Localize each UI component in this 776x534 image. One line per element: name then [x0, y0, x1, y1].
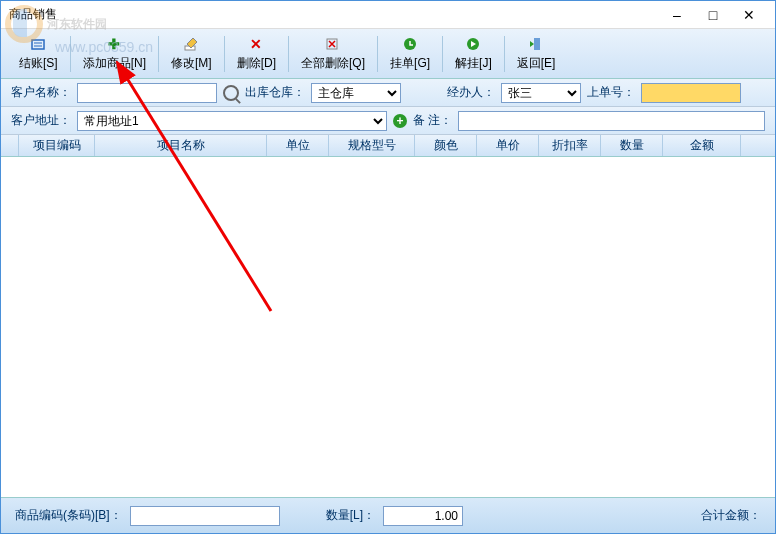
grid-body[interactable] — [1, 157, 775, 497]
column-header[interactable]: 折扣率 — [539, 135, 601, 156]
checkout-icon — [29, 35, 47, 53]
handler-label: 经办人： — [447, 84, 495, 101]
resume-icon — [464, 35, 482, 53]
column-header[interactable]: 金额 — [663, 135, 741, 156]
grid-area: 项目编码项目名称单位规格型号颜色单价折扣率数量金额 — [1, 135, 775, 497]
add-address-icon[interactable]: + — [393, 114, 407, 128]
window-title: 商品销售 — [9, 6, 659, 23]
footer: 商品编码(条码)[B]： 数量[L]： 合计金额： — [1, 497, 775, 533]
grid-header: 项目编码项目名称单位规格型号颜色单价折扣率数量金额 — [1, 135, 775, 157]
customer-name-label: 客户名称： — [11, 84, 71, 101]
titlebar: 商品销售 – □ ✕ — [1, 1, 775, 29]
customer-name-input[interactable] — [77, 83, 217, 103]
customer-addr-select[interactable]: 常用地址1 — [77, 111, 387, 131]
form-row-1: 客户名称： 出库仓库： 主仓库 经办人： 张三 上单号： — [1, 79, 775, 107]
toolbar: 结账[S] ✚ 添加商品[N] 修改[M] ✕ 删除[D] 全部删除[Q] 挂单… — [1, 29, 775, 79]
search-icon[interactable] — [223, 85, 239, 101]
resume-button[interactable]: 解挂[J] — [445, 31, 502, 77]
qty-input[interactable] — [383, 506, 463, 526]
column-header[interactable]: 项目名称 — [95, 135, 267, 156]
column-header[interactable]: 单位 — [267, 135, 329, 156]
delete-icon: ✕ — [247, 35, 265, 53]
qty-label: 数量[L]： — [326, 507, 375, 524]
delete-all-button[interactable]: 全部删除[Q] — [291, 31, 375, 77]
column-header[interactable]: 颜色 — [415, 135, 477, 156]
out-warehouse-select[interactable]: 主仓库 — [311, 83, 401, 103]
delete-all-icon — [324, 35, 342, 53]
back-button[interactable]: 返回[E] — [507, 31, 566, 77]
add-product-button[interactable]: ✚ 添加商品[N] — [73, 31, 156, 77]
remark-label: 备 注： — [413, 112, 452, 129]
barcode-label: 商品编码(条码)[B]： — [15, 507, 122, 524]
checkout-button[interactable]: 结账[S] — [9, 31, 68, 77]
plus-icon: ✚ — [105, 35, 123, 53]
column-header[interactable]: 数量 — [601, 135, 663, 156]
order-no-label: 上单号： — [587, 84, 635, 101]
svg-rect-6 — [534, 38, 540, 50]
customer-addr-label: 客户地址： — [11, 112, 71, 129]
column-header[interactable]: 项目编码 — [19, 135, 95, 156]
back-icon — [527, 35, 545, 53]
maximize-button[interactable]: □ — [695, 7, 731, 23]
remark-input[interactable] — [458, 111, 765, 131]
delete-button[interactable]: ✕ 删除[D] — [227, 31, 286, 77]
suspend-button[interactable]: 挂单[G] — [380, 31, 440, 77]
order-no-input[interactable] — [641, 83, 741, 103]
total-label: 合计金额： — [701, 507, 761, 524]
barcode-input[interactable] — [130, 506, 280, 526]
edit-icon — [182, 35, 200, 53]
svg-rect-1 — [32, 40, 44, 49]
suspend-icon — [401, 35, 419, 53]
modify-button[interactable]: 修改[M] — [161, 31, 222, 77]
close-button[interactable]: ✕ — [731, 7, 767, 23]
app-window: 河东软件园 www.pc0359.cn 商品销售 – □ ✕ 结账[S] ✚ 添… — [0, 0, 776, 534]
minimize-button[interactable]: – — [659, 7, 695, 23]
out-warehouse-label: 出库仓库： — [245, 84, 305, 101]
column-header[interactable]: 规格型号 — [329, 135, 415, 156]
form-row-2: 客户地址： 常用地址1 + 备 注： — [1, 107, 775, 135]
handler-select[interactable]: 张三 — [501, 83, 581, 103]
column-header[interactable]: 单价 — [477, 135, 539, 156]
